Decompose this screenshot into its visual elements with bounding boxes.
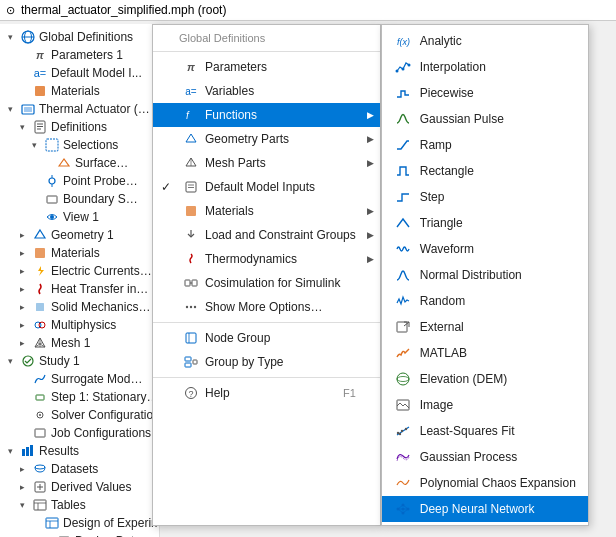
menu-help[interactable]: ? Help F1: [153, 381, 380, 405]
surface-icon: [56, 155, 72, 171]
image-icon: [394, 396, 412, 414]
tree-electric[interactable]: ▸ Electric Currents…: [0, 262, 159, 280]
submenu-piecewise[interactable]: Piecewise: [382, 80, 588, 106]
menu-materials[interactable]: Materials ▶: [153, 199, 380, 223]
svg-rect-10: [46, 139, 58, 151]
tree-doe[interactable]: Design of Experiments: [0, 514, 159, 532]
tables-icon: [32, 497, 48, 513]
tree-materials2[interactable]: ▸ Materials: [0, 244, 159, 262]
separator1: [153, 51, 380, 52]
svg-rect-64: [185, 363, 191, 367]
tree-label: Geometry 1: [51, 228, 114, 242]
menu-mesh-parts[interactable]: Mesh Parts ▶: [153, 151, 380, 175]
mesh-icon: [183, 155, 199, 171]
rectangle-icon: [394, 162, 412, 180]
menu-variables[interactable]: a= Variables: [153, 79, 380, 103]
tree-results[interactable]: ▾ Results: [0, 442, 159, 460]
submenu-interpolation[interactable]: Interpolation: [382, 54, 588, 80]
tree-selections[interactable]: ▾ Selections: [0, 136, 159, 154]
svg-point-70: [401, 68, 404, 71]
menu-load-constraint[interactable]: Load and Constraint Groups ▶: [153, 223, 380, 247]
submenu-gaussian-process[interactable]: Gaussian Process: [382, 444, 588, 470]
tree-surrogate[interactable]: Surrogate Mod…: [0, 370, 159, 388]
submenu-arrow: ▶: [367, 158, 374, 168]
tree-step1[interactable]: Step 1: Stationary…: [0, 388, 159, 406]
menu-group-by-type[interactable]: Group by Type: [153, 350, 380, 374]
more-icon: [183, 299, 199, 315]
tree-job[interactable]: Job Configurations: [0, 424, 159, 442]
submenu-analytic[interactable]: f(x) Analytic: [382, 28, 588, 54]
submenu-step[interactable]: Step: [382, 184, 588, 210]
help-shortcut: F1: [323, 387, 356, 399]
tree-tables[interactable]: ▾ Tables: [0, 496, 159, 514]
submenu-gaussian-pulse[interactable]: Gaussian Pulse: [382, 106, 588, 132]
menu-cosimulation[interactable]: Cosimulation for Simulink: [153, 271, 380, 295]
submenu-label: Polynomial Chaos Expansion: [420, 476, 576, 490]
menu-item-label: Cosimulation for Simulink: [205, 276, 340, 290]
menu-show-more[interactable]: Show More Options…: [153, 295, 380, 319]
menu-parameters[interactable]: π Parameters: [153, 55, 380, 79]
menu-item-label: Mesh Parts: [205, 156, 266, 170]
tree-point-probe[interactable]: Point Probe…: [0, 172, 159, 190]
tree-parameters[interactable]: π Parameters 1: [0, 46, 159, 64]
submenu-arrow: ▶: [367, 254, 374, 264]
submenu-random[interactable]: Random: [382, 288, 588, 314]
submenu-elevation[interactable]: Elevation (DEM): [382, 366, 588, 392]
design-data-icon: [56, 533, 72, 537]
tree-heat[interactable]: ▸ Heat Transfer in…: [0, 280, 159, 298]
tree-materials[interactable]: Materials: [0, 82, 159, 100]
tree-solver[interactable]: Solver Configurations: [0, 406, 159, 424]
tree-geometry[interactable]: ▸ Geometry 1: [0, 226, 159, 244]
mat-icon: [183, 203, 199, 219]
svg-point-75: [397, 377, 409, 382]
electric-icon: [32, 263, 48, 279]
submenu-normal-distribution[interactable]: Normal Distribution: [382, 262, 588, 288]
submenu-rectangle[interactable]: Rectangle: [382, 158, 588, 184]
load-icon: [183, 227, 199, 243]
tree-solid[interactable]: ▸ Solid Mechanics…: [0, 298, 159, 316]
tree-default-model[interactable]: a= Default Model I...: [0, 64, 159, 82]
svg-point-71: [407, 64, 410, 67]
tree-surface[interactable]: Surface…: [0, 154, 159, 172]
submenu-least-squares[interactable]: Least-Squares Fit: [382, 418, 588, 444]
tree-label: Selections: [63, 138, 118, 152]
tree-study[interactable]: ▾ Study 1: [0, 352, 159, 370]
submenu-deep-neural[interactable]: Deep Neural Network: [382, 496, 588, 522]
submenu-label: Analytic: [420, 34, 462, 48]
menu-functions[interactable]: f Functions ▶: [153, 103, 380, 127]
tree-label: Materials: [51, 84, 100, 98]
tree-label: Electric Currents…: [51, 264, 152, 278]
submenu-triangle[interactable]: Triangle: [382, 210, 588, 236]
geo-icon: [183, 131, 199, 147]
arrow-icon: ▾: [8, 32, 20, 42]
submenu-label: Step: [420, 190, 445, 204]
tree-datasets[interactable]: ▸ Datasets: [0, 460, 159, 478]
arrow-icon: ▸: [20, 464, 32, 474]
submenu-poly-chaos[interactable]: Polynomial Chaos Expansion: [382, 470, 588, 496]
tree-view1[interactable]: View 1: [0, 208, 159, 226]
menu-thermodynamics[interactable]: Thermodynamics ▶: [153, 247, 380, 271]
menu-node-group[interactable]: Node Group: [153, 326, 380, 350]
submenu-image[interactable]: Image: [382, 392, 588, 418]
solid-icon: [32, 299, 48, 315]
thermo-icon: [183, 251, 199, 267]
tree-boundary[interactable]: Boundary S…: [0, 190, 159, 208]
tree-thermal-actuator[interactable]: ▾ Thermal Actuator (…: [0, 100, 159, 118]
submenu-external[interactable]: External: [382, 314, 588, 340]
menu-default-model[interactable]: ✓ Default Model Inputs: [153, 175, 380, 199]
tree-definitions[interactable]: ▾ Definitions: [0, 118, 159, 136]
tree-design-data[interactable]: Design Data: [0, 532, 159, 537]
submenu-waveform[interactable]: Waveform: [382, 236, 588, 262]
submenu-matlab[interactable]: MATLAB: [382, 340, 588, 366]
tree-mesh[interactable]: ▸ Mesh 1: [0, 334, 159, 352]
tree-multiphysics[interactable]: ▸ Multiphysics: [0, 316, 159, 334]
tree-label: Surrogate Mod…: [51, 372, 142, 386]
menu-geometry-parts[interactable]: Geometry Parts ▶: [153, 127, 380, 151]
tree-derived[interactable]: ▸ Derived Values: [0, 478, 159, 496]
elevation-icon: [394, 370, 412, 388]
tree-global-definitions[interactable]: ▾ Global Definitions: [0, 28, 159, 46]
title-text: thermal_actuator_simplified.mph (root): [21, 3, 226, 17]
submenu-ramp[interactable]: Ramp: [382, 132, 588, 158]
triangle-icon: [394, 214, 412, 232]
svg-point-81: [399, 433, 401, 435]
